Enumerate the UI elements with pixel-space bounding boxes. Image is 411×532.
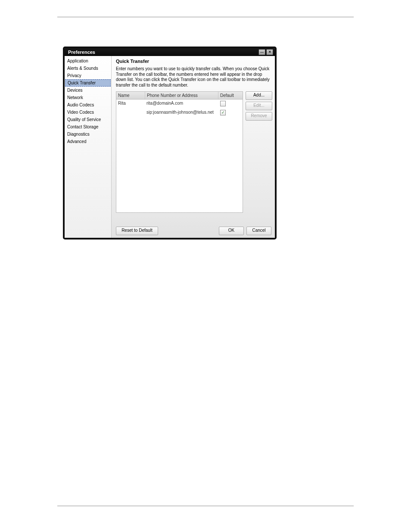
sidebar-item-audio-codecs[interactable]: Audio Codecs xyxy=(65,101,111,109)
sidebar-item-application[interactable]: Application xyxy=(65,57,111,65)
remove-button[interactable]: Remove xyxy=(246,112,272,121)
quick-transfer-table[interactable]: Name Phone Number or Address Default Rit… xyxy=(116,91,243,213)
reset-to-default-button[interactable]: Reset to Default xyxy=(116,227,158,235)
edit-button[interactable]: Edit... xyxy=(246,102,272,110)
right-buttons: OK Cancel xyxy=(219,227,271,235)
col-header-address[interactable]: Phone Number or Address xyxy=(145,92,218,99)
table-row[interactable]: sip:joannasmith-johnson@telus.net ✓ xyxy=(116,109,243,117)
section-description: Enter numbers you want to use to quickly… xyxy=(116,66,271,88)
side-buttons: Add... Edit... Remove xyxy=(246,91,271,213)
dialog-title: Preferences xyxy=(68,50,95,55)
minimize-button[interactable]: — xyxy=(258,49,265,55)
cell-default xyxy=(218,100,243,109)
document-page: Preferences — ✕ Application Alerts & Sou… xyxy=(0,0,411,532)
header-rule xyxy=(57,17,354,17)
sidebar-item-privacy[interactable]: Privacy xyxy=(65,72,111,79)
sidebar-item-diagnostics[interactable]: Diagnostics xyxy=(65,131,111,138)
ok-button[interactable]: OK xyxy=(219,227,244,235)
col-header-name[interactable]: Name xyxy=(116,92,145,99)
footer-rule xyxy=(57,506,354,506)
section-title: Quick Transfer xyxy=(116,59,271,64)
table-row[interactable]: Rita rita@domainA.com xyxy=(116,100,243,109)
col-header-default[interactable]: Default xyxy=(218,92,243,99)
table-header: Name Phone Number or Address Default xyxy=(116,92,243,100)
dialog-body: Application Alerts & Sounds Privacy Quic… xyxy=(65,56,275,238)
cell-address: rita@domainA.com xyxy=(145,100,218,109)
sidebar-item-quick-transfer[interactable]: Quick Transfer xyxy=(65,79,111,87)
sidebar-item-advanced[interactable]: Advanced xyxy=(65,138,111,145)
add-button[interactable]: Add... xyxy=(246,91,272,100)
close-icon: ✕ xyxy=(268,50,271,54)
sidebar-item-alerts-sounds[interactable]: Alerts & Sounds xyxy=(65,65,111,72)
cell-name xyxy=(116,109,145,117)
cell-address: sip:joannasmith-johnson@telus.net xyxy=(145,109,218,117)
cell-default: ✓ xyxy=(218,109,243,117)
sidebar-item-video-codecs[interactable]: Video Codecs xyxy=(65,109,111,116)
close-button[interactable]: ✕ xyxy=(266,49,273,55)
cell-name: Rita xyxy=(116,100,145,109)
sidebar-item-quality-of-service[interactable]: Quality of Service xyxy=(65,116,111,123)
minimize-icon: — xyxy=(260,50,264,54)
preferences-dialog: Preferences — ✕ Application Alerts & Sou… xyxy=(63,47,277,240)
default-checkbox[interactable] xyxy=(220,101,226,106)
dialog-titlebar[interactable]: Preferences — ✕ xyxy=(65,48,275,56)
sidebar-item-contact-storage[interactable]: Contact Storage xyxy=(65,123,111,131)
sidebar-item-network[interactable]: Network xyxy=(65,94,111,101)
titlebar-controls: — ✕ xyxy=(258,49,273,55)
bottom-bar: Reset to Default OK Cancel xyxy=(116,224,271,235)
cancel-button[interactable]: Cancel xyxy=(246,227,271,235)
sidebar-item-devices[interactable]: Devices xyxy=(65,87,111,94)
default-checkbox[interactable]: ✓ xyxy=(220,110,226,115)
content-pane: Quick Transfer Enter numbers you want to… xyxy=(112,56,275,238)
table-area: Name Phone Number or Address Default Rit… xyxy=(116,91,271,213)
category-sidebar: Application Alerts & Sounds Privacy Quic… xyxy=(65,56,112,238)
